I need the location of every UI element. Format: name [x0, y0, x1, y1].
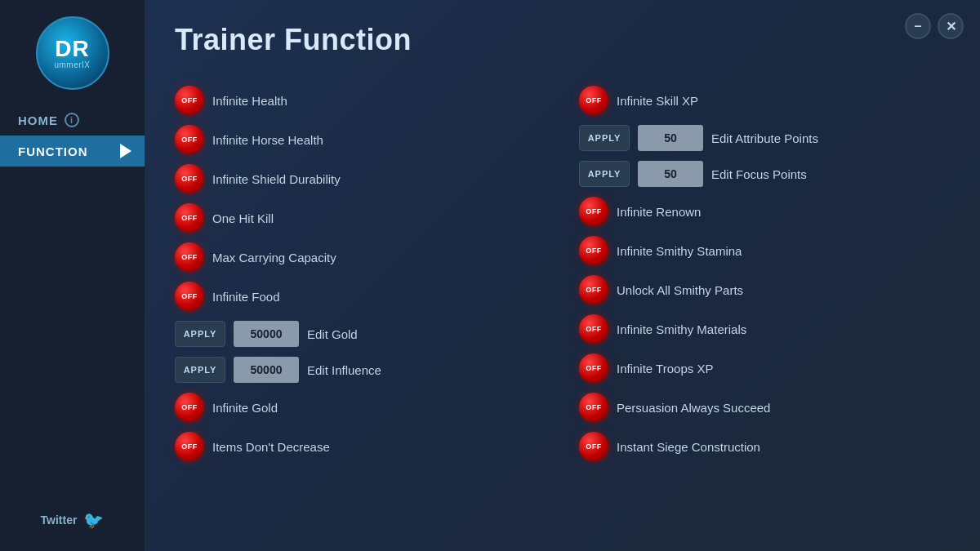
info-icon[interactable]: i [65, 113, 79, 127]
function-label: Infinite Health [212, 94, 287, 108]
function-label: Infinite Food [212, 290, 280, 304]
function-label: Infinite Smithy Stamina [617, 244, 742, 258]
toggle-off-button[interactable]: OFF [579, 236, 608, 265]
close-button[interactable]: ✕ [938, 13, 964, 39]
sidebar: DR ummerIX HOME i FUNCTION Twitter 🐦 [0, 0, 145, 551]
right-column: OFFInfinite Skill XPAPPLYEdit Attribute … [579, 82, 951, 465]
function-row: OFFUnlock All Smithy Parts [579, 271, 951, 309]
function-label: FUNCTION [18, 144, 88, 158]
toggle-off-button[interactable]: OFF [579, 275, 608, 304]
functions-grid: OFFInfinite HealthOFFInfinite Horse Heal… [175, 82, 951, 465]
avatar: DR ummerIX [36, 16, 109, 90]
function-row: APPLYEdit Attribute Points [579, 121, 951, 155]
value-input[interactable] [638, 125, 703, 151]
toggle-off-button[interactable]: OFF [579, 393, 608, 422]
toggle-off-button[interactable]: OFF [175, 242, 204, 272]
home-label: HOME [18, 113, 58, 127]
page-title: Trainer Function [175, 23, 951, 57]
apply-button[interactable]: APPLY [175, 357, 225, 383]
apply-button[interactable]: APPLY [579, 161, 630, 187]
function-label: Edit Influence [307, 363, 381, 377]
function-row: OFFMax Carrying Capacity [175, 238, 546, 276]
avatar-initials: DR [55, 38, 89, 60]
function-label: Instant Siege Construction [617, 440, 760, 454]
toggle-off-button[interactable]: OFF [175, 164, 204, 193]
function-row: APPLYEdit Gold [175, 317, 546, 351]
twitter-link[interactable]: Twitter 🐦 [41, 510, 105, 535]
function-row: OFFItems Don't Decrease [175, 428, 546, 465]
toggle-off-button[interactable]: OFF [175, 203, 204, 233]
function-label: Persuasion Always Succeed [617, 401, 770, 415]
function-row: OFFInfinite Troops XP [579, 349, 951, 387]
toggle-off-button[interactable]: OFF [579, 432, 608, 461]
value-input[interactable] [638, 161, 703, 187]
function-label: Infinite Skill XP [617, 94, 698, 108]
twitter-icon: 🐦 [83, 510, 104, 530]
toggle-off-button[interactable]: OFF [579, 314, 608, 344]
avatar-sub: ummerIX [54, 60, 90, 69]
function-row: OFFInfinite Renown [579, 193, 951, 230]
function-label: Infinite Smithy Materials [617, 322, 746, 336]
toggle-off-button[interactable]: OFF [175, 282, 204, 311]
function-label: Items Don't Decrease [212, 440, 330, 454]
function-row: APPLYEdit Focus Points [579, 157, 951, 191]
toggle-off-button[interactable]: OFF [579, 197, 608, 226]
apply-button[interactable]: APPLY [579, 125, 630, 151]
function-row: OFFInfinite Food [175, 278, 546, 315]
function-row: OFFInstant Siege Construction [579, 428, 951, 465]
apply-button[interactable]: APPLY [175, 321, 225, 347]
function-label: Infinite Renown [617, 205, 701, 219]
main-content: – ✕ Trainer Function OFFInfinite HealthO… [145, 0, 980, 551]
toggle-off-button[interactable]: OFF [579, 353, 608, 383]
sidebar-item-home[interactable]: HOME i [0, 104, 145, 136]
function-row: OFFInfinite Horse Health [175, 121, 546, 158]
function-row: OFFInfinite Skill XP [579, 82, 951, 119]
function-label: Unlock All Smithy Parts [617, 283, 743, 297]
function-label: One Hit Kill [212, 211, 274, 225]
toggle-off-button[interactable]: OFF [175, 432, 204, 461]
twitter-label: Twitter [41, 513, 78, 527]
function-row: OFFInfinite Gold [175, 389, 546, 426]
sidebar-item-function[interactable]: FUNCTION [0, 136, 145, 167]
function-row: OFFInfinite Smithy Materials [579, 310, 951, 348]
function-row: OFFPersuasion Always Succeed [579, 389, 951, 426]
function-label: Edit Attribute Points [711, 131, 818, 145]
function-label: Infinite Horse Health [212, 133, 323, 147]
minimize-button[interactable]: – [905, 13, 931, 39]
function-row: OFFOne Hit Kill [175, 199, 546, 237]
toggle-off-button[interactable]: OFF [579, 86, 608, 115]
window-controls: – ✕ [905, 13, 964, 39]
function-row: APPLYEdit Influence [175, 353, 546, 387]
play-arrow-icon [120, 144, 131, 158]
function-label: Edit Focus Points [711, 167, 807, 181]
function-label: Edit Gold [307, 327, 358, 341]
value-input[interactable] [234, 357, 299, 383]
left-column: OFFInfinite HealthOFFInfinite Horse Heal… [175, 82, 546, 465]
function-label: Max Carrying Capacity [212, 251, 336, 264]
function-label: Infinite Shield Durability [212, 172, 341, 186]
function-label: Infinite Troops XP [617, 362, 713, 375]
toggle-off-button[interactable]: OFF [175, 86, 204, 115]
toggle-off-button[interactable]: OFF [175, 393, 204, 422]
function-label: Infinite Gold [212, 401, 278, 415]
function-row: OFFInfinite Smithy Stamina [579, 232, 951, 269]
function-row: OFFInfinite Shield Durability [175, 160, 546, 198]
value-input[interactable] [234, 321, 299, 347]
toggle-off-button[interactable]: OFF [175, 125, 204, 154]
function-row: OFFInfinite Health [175, 82, 546, 119]
